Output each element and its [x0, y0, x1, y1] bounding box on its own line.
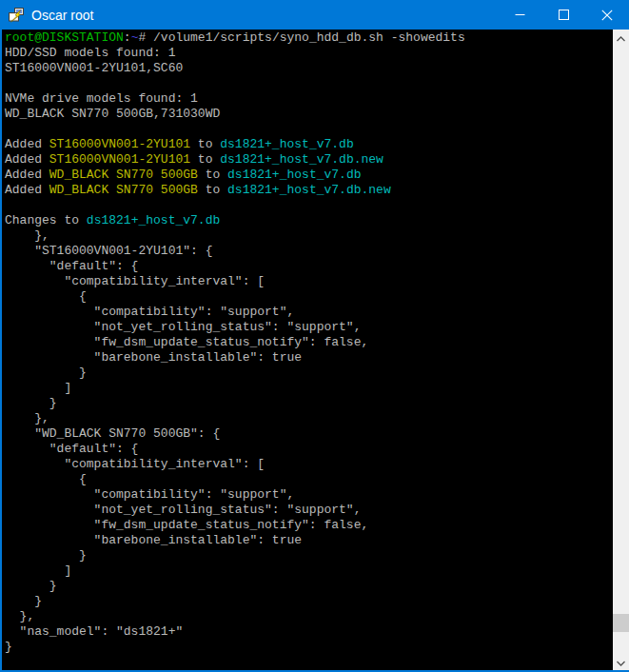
terminal-line: "compatibility": "support",	[5, 487, 613, 503]
terminal-text-segment: to	[190, 152, 220, 167]
terminal-text-segment: WD_BLACK SN770 500GB	[49, 168, 198, 182]
scrollbar-thumb[interactable]	[613, 614, 629, 632]
terminal-line: "not_yet_rolling_status": "support",	[5, 503, 613, 518]
terminal-text-segment: "fw_dsm_update_status_notify": false,	[5, 518, 368, 532]
putty-app-icon	[9, 8, 24, 23]
terminal-line: Added WD_BLACK SN770 500GB to ds1821+_ho…	[5, 168, 613, 183]
terminal-text-segment: },	[5, 228, 49, 243]
terminal-line: }	[5, 396, 613, 411]
terminal-text-segment: "compatibility": "support",	[5, 487, 294, 502]
terminal-text-segment: ds1821+_host_v7.db.new	[220, 152, 383, 167]
terminal-line: "not_yet_rolling_status": "support",	[5, 320, 613, 335]
caption-buttons	[498, 0, 629, 30]
terminal-line: "fw_dsm_update_status_notify": false,	[5, 518, 613, 533]
terminal-line: }	[5, 579, 613, 594]
terminal-text-segment: {	[5, 289, 87, 304]
terminal-text-segment: ST16000VN001-2YU101	[49, 152, 190, 167]
terminal-text-segment: }	[5, 396, 57, 410]
scrollbar-down-button[interactable]	[613, 654, 629, 670]
terminal-line: NVMe drive models found: 1	[5, 91, 613, 107]
terminal-line: },	[5, 609, 613, 624]
terminal-line: "barebone_installable": true	[5, 350, 613, 366]
chevron-down-icon	[617, 655, 625, 669]
scrollbar[interactable]	[613, 30, 629, 670]
scrollbar-track[interactable]	[613, 46, 629, 654]
terminal-line: ]	[5, 563, 613, 579]
close-button[interactable]	[585, 0, 629, 30]
scrollbar-up-button[interactable]	[613, 30, 629, 46]
terminal-text-segment: # /volume1/scripts/syno_hdd_db.sh -showe…	[138, 30, 464, 45]
terminal-line: "compatibility_interval": [	[5, 274, 613, 289]
terminal-text-segment: "not_yet_rolling_status": "support",	[5, 503, 361, 517]
maximize-icon	[559, 10, 569, 20]
terminal-line	[5, 76, 613, 91]
terminal-text-segment: "WD_BLACK SN770 500GB": {	[5, 426, 220, 441]
terminal-line: "nas_model": "ds1821+"	[5, 624, 613, 640]
terminal-line: ST16000VN001-2YU101,SC60	[5, 61, 613, 76]
terminal-text-segment: }	[5, 548, 87, 563]
terminal-text-segment: ]	[5, 381, 71, 395]
terminal-line: }	[5, 594, 613, 609]
terminal-text-segment: }	[5, 594, 42, 608]
terminal-line: },	[5, 228, 613, 244]
terminal-text-segment: to	[198, 183, 227, 197]
putty-window: Oscar root	[0, 0, 629, 672]
terminal-text-segment: "compatibility": "support",	[5, 305, 294, 319]
terminal-text-segment: Added	[5, 168, 49, 182]
chevron-up-icon	[617, 30, 625, 45]
terminal-line: },	[5, 411, 613, 426]
terminal-screen[interactable]: root@DISKSTATION:~# /volume1/scripts/syn…	[2, 30, 613, 670]
terminal-line	[5, 122, 613, 137]
terminal-text-segment: "not_yet_rolling_status": "support",	[5, 320, 361, 334]
terminal-text-segment: WD_BLACK SN770 500GB	[49, 183, 198, 197]
terminal-line: "default": {	[5, 259, 613, 274]
terminal-text-segment: }	[5, 640, 12, 654]
terminal-text-segment: ST16000VN001-2YU101	[49, 137, 190, 151]
window-body: root@DISKSTATION:~# /volume1/scripts/syn…	[0, 30, 629, 672]
terminal-text-segment: Added	[5, 152, 49, 167]
terminal-line: {	[5, 289, 613, 305]
terminal-line: Changes to ds1821+_host_v7.db	[5, 213, 613, 228]
terminal-text-segment: },	[5, 609, 34, 623]
terminal-line: Added WD_BLACK SN770 500GB to ds1821+_ho…	[5, 183, 613, 198]
terminal-line: ]	[5, 381, 613, 396]
terminal-line: "fw_dsm_update_status_notify": false,	[5, 335, 613, 350]
terminal-text-segment: "default": {	[5, 442, 138, 456]
terminal-text-segment: WD_BLACK SN770 500GB,731030WD	[5, 107, 220, 121]
window-title: Oscar root	[31, 8, 498, 23]
terminal-line: root@DISKSTATION:~# /volume1/scripts/syn…	[5, 30, 613, 46]
terminal-text-segment: ds1821+_host_v7.db.new	[227, 183, 391, 197]
minimize-button[interactable]	[498, 0, 541, 30]
maximize-button[interactable]	[541, 0, 585, 30]
terminal-line: Added ST16000VN001-2YU101 to ds1821+_hos…	[5, 152, 613, 168]
terminal-line: HDD/SSD models found: 1	[5, 46, 613, 61]
terminal-line: }	[5, 548, 613, 563]
title-bar[interactable]: Oscar root	[0, 0, 629, 30]
terminal-text-segment: ds1821+_host_v7.db	[220, 137, 353, 151]
terminal-text-segment: Added	[5, 183, 49, 197]
close-icon	[601, 10, 613, 21]
terminal-text-segment: to	[198, 168, 227, 182]
terminal-text-segment: }	[5, 579, 57, 593]
terminal-line: {	[5, 472, 613, 487]
terminal-line: }	[5, 366, 613, 381]
terminal-text-segment: "barebone_installable": true	[5, 533, 302, 547]
terminal-text-segment: ST16000VN001-2YU101,SC60	[5, 61, 183, 75]
terminal-line: "barebone_installable": true	[5, 533, 613, 548]
terminal-text-segment: :	[124, 30, 131, 45]
terminal-text-segment: }	[5, 366, 87, 380]
terminal-line	[5, 198, 613, 213]
terminal-text-segment: root@DISKSTATION	[5, 30, 124, 45]
terminal-text-segment: "barebone_installable": true	[5, 350, 302, 365]
terminal-line: "compatibility": "support",	[5, 305, 613, 320]
terminal-text-segment: "nas_model": "ds1821+"	[5, 624, 183, 639]
terminal-line: Added ST16000VN001-2YU101 to ds1821+_hos…	[5, 137, 613, 152]
terminal-text-segment: "ST16000VN001-2YU101": {	[5, 244, 212, 258]
terminal-line: "WD_BLACK SN770 500GB": {	[5, 426, 613, 442]
terminal-text-segment: ds1821+_host_v7.db	[87, 213, 220, 227]
terminal-line: "ST16000VN001-2YU101": {	[5, 244, 613, 259]
terminal-line: }	[5, 640, 613, 655]
terminal-text-segment: ]	[5, 563, 71, 578]
terminal-text-segment: NVMe drive models found: 1	[5, 91, 198, 106]
terminal-text-segment: "compatibility_interval": [	[5, 457, 265, 471]
